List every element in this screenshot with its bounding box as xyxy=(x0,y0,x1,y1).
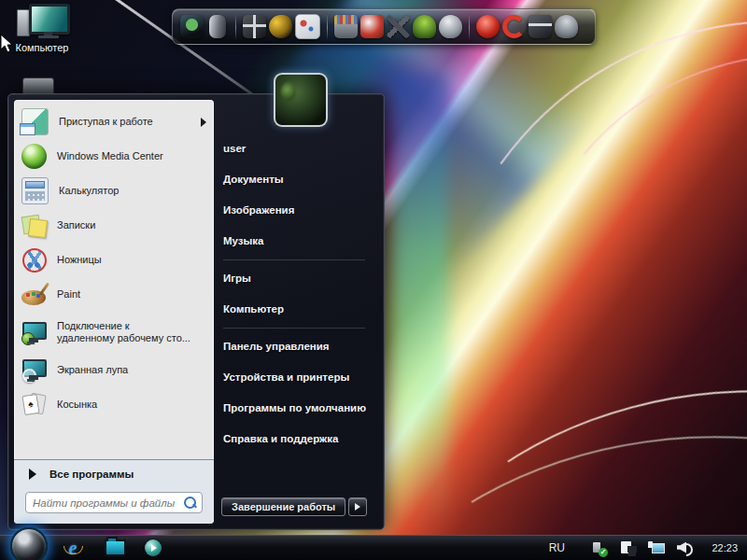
menu-separator xyxy=(223,259,365,260)
menu-item-default-programs[interactable]: Программы по умолчанию xyxy=(223,402,378,413)
mouse-cursor-icon xyxy=(0,34,14,54)
red-badge-icon[interactable] xyxy=(476,15,500,38)
computer-icon xyxy=(16,4,68,39)
remote-desktop-icon xyxy=(21,320,47,345)
menu-item-games[interactable]: Игры xyxy=(223,273,378,284)
menu-item-documents[interactable]: Документы xyxy=(223,174,378,185)
menu-item-devices-printers[interactable]: Устройства и принтеры xyxy=(223,371,378,383)
menu-item-sticky-notes[interactable]: Записки xyxy=(14,208,214,243)
shutdown-button[interactable]: Завершение работы xyxy=(221,497,345,516)
search-input[interactable] xyxy=(25,492,203,513)
menu-item-magnifier[interactable]: Экранная лупа xyxy=(14,353,214,387)
explorer-folder-icon xyxy=(105,539,126,556)
solitaire-icon xyxy=(21,392,47,417)
pencil-cup-icon[interactable] xyxy=(334,15,358,38)
submenu-arrow-icon xyxy=(201,118,206,127)
taskbar-internet-explorer[interactable]: e xyxy=(62,538,84,558)
satchel-icon[interactable] xyxy=(529,15,552,38)
wallpaper-cyan-streak xyxy=(392,75,448,523)
volume-icon[interactable] xyxy=(677,540,694,556)
desktop-icon-computer[interactable]: Компьютер xyxy=(6,4,78,53)
all-programs-button[interactable]: Все программы xyxy=(14,460,214,488)
paint-can-icon[interactable] xyxy=(360,15,384,38)
language-indicator[interactable]: RU xyxy=(549,541,565,554)
start-menu: Приступая к работе Windows Media Center … xyxy=(7,93,385,530)
menu-item-calculator[interactable]: Калькулятор xyxy=(14,174,214,208)
dock-divider xyxy=(235,15,236,39)
search-icon xyxy=(184,497,196,509)
user-avatar[interactable] xyxy=(274,73,328,127)
phone-icon[interactable] xyxy=(209,15,226,38)
menu-item-media-center[interactable]: Windows Media Center xyxy=(14,139,214,174)
menu-item-computer[interactable]: Компьютер xyxy=(223,303,378,315)
recycle-bin-icon[interactable] xyxy=(22,77,54,94)
start-menu-left-panel: Приступая к работе Windows Media Center … xyxy=(14,100,214,524)
desktop-icon-label: Компьютер xyxy=(6,42,78,53)
menu-item-help-support[interactable]: Справка и поддержка xyxy=(223,433,378,444)
magnifier-icon xyxy=(21,357,47,383)
shutdown-arrow-icon xyxy=(355,503,360,511)
menu-item-paint[interactable]: Paint xyxy=(14,277,214,312)
taskbar: e RU 22:23 xyxy=(0,535,747,560)
horn-icon[interactable] xyxy=(269,15,292,38)
start-menu-right-panel: user Документы Изображения Музыка Игры К… xyxy=(221,100,378,524)
shutdown-controls: Завершение работы xyxy=(221,497,367,516)
safe-icon[interactable] xyxy=(243,15,266,38)
figurine-icon[interactable] xyxy=(413,15,436,38)
ccleaner-icon[interactable] xyxy=(502,15,526,38)
network-icon[interactable] xyxy=(648,540,665,556)
media-player-icon xyxy=(145,539,162,556)
menu-item-music[interactable]: Музыка xyxy=(223,235,378,246)
menu-separator xyxy=(223,328,365,329)
desktop-dock xyxy=(172,8,596,45)
mouse-icon[interactable] xyxy=(439,15,462,38)
menu-item-solitaire[interactable]: Косынка xyxy=(14,387,214,422)
start-menu-bottom-section: Все программы xyxy=(14,459,214,524)
taskbar-clock[interactable]: 22:23 xyxy=(706,542,738,553)
getting-started-icon xyxy=(21,108,49,135)
usb-safely-remove-icon[interactable] xyxy=(590,540,607,556)
paint-palette-icon xyxy=(21,282,47,307)
shutdown-options-button[interactable] xyxy=(348,497,367,516)
taskbar-explorer[interactable] xyxy=(104,538,126,558)
menu-item-getting-started[interactable]: Приступая к работе xyxy=(14,105,214,139)
calculator-icon xyxy=(21,177,49,204)
internet-explorer-icon: e xyxy=(69,538,78,559)
menu-item-remote-desktop[interactable]: Подключение к удаленному рабочему сто... xyxy=(14,312,214,353)
power-plug-icon[interactable] xyxy=(619,540,636,556)
program-list: Приступая к работе Windows Media Center … xyxy=(14,100,214,422)
menu-item-user[interactable]: user xyxy=(223,143,378,154)
taskbar-media-player[interactable] xyxy=(142,538,164,558)
menu-item-control-panel[interactable]: Панель управления xyxy=(223,341,378,352)
start-orb[interactable] xyxy=(10,527,48,560)
knife-x-icon[interactable] xyxy=(387,15,410,38)
all-programs-arrow-icon xyxy=(29,469,36,480)
photos-icon[interactable] xyxy=(295,14,320,39)
dock-divider xyxy=(327,15,328,39)
menu-item-pictures[interactable]: Изображения xyxy=(223,204,378,216)
tv-icon[interactable] xyxy=(180,15,204,38)
dome-icon[interactable] xyxy=(555,15,578,38)
system-tray: RU 22:23 xyxy=(549,540,747,556)
scissors-icon xyxy=(22,248,47,273)
dock-divider xyxy=(469,15,470,39)
search-box xyxy=(25,492,203,513)
sticky-notes-icon xyxy=(21,213,47,238)
media-center-icon xyxy=(21,144,47,169)
menu-item-snipping-tool[interactable]: Ножницы xyxy=(14,243,214,277)
